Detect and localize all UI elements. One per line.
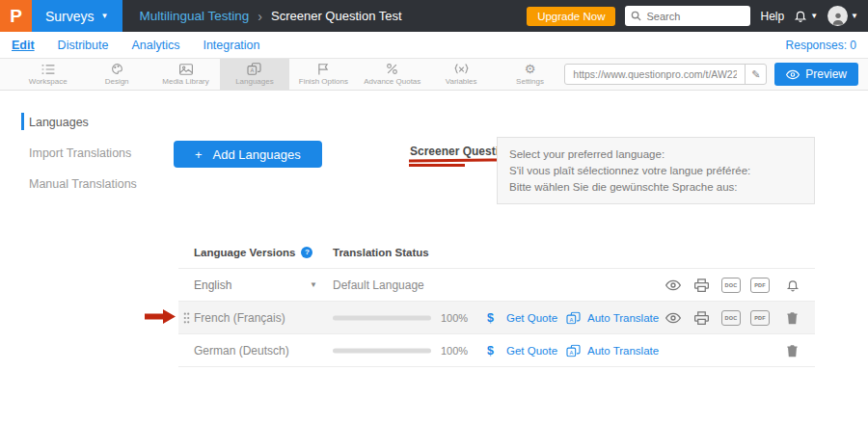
translate-icon[interactable]: A bbox=[566, 311, 581, 324]
printer-icon[interactable] bbox=[694, 311, 709, 325]
printer-icon[interactable] bbox=[694, 278, 709, 292]
search-icon bbox=[631, 11, 641, 21]
sidebar-item-languages[interactable]: Languages bbox=[29, 116, 89, 129]
reminder-bell-icon[interactable] bbox=[786, 278, 800, 292]
tool-variables[interactable]: Variables bbox=[426, 59, 495, 90]
tool-languages[interactable]: A Languages bbox=[220, 59, 288, 90]
dollar-icon[interactable]: $ bbox=[487, 344, 494, 358]
table-row-german: German (Deutsch) 100% $ Get Quote A Auto… bbox=[178, 334, 815, 367]
survey-url-box: ✎ bbox=[564, 64, 767, 85]
screener-line-de: Bitte wählen Sie die gewünschte Sprache … bbox=[509, 181, 802, 193]
help-icon[interactable]: ? bbox=[301, 247, 312, 258]
annotation-underline-2 bbox=[409, 164, 465, 167]
language-name: German (Deutsch) bbox=[194, 344, 289, 358]
get-quote-link[interactable]: Get Quote bbox=[506, 345, 557, 357]
variables-icon bbox=[454, 64, 469, 75]
translation-progress-bar bbox=[333, 315, 431, 320]
get-quote-link[interactable]: Get Quote bbox=[506, 312, 557, 324]
tool-finish-options[interactable]: Finish Options bbox=[289, 59, 358, 90]
questionpro-logo[interactable]: P bbox=[0, 0, 32, 32]
column-language-versions: Language Versions ? bbox=[194, 247, 312, 258]
screener-line-en: Select your preferred language: bbox=[509, 148, 802, 160]
sidebar-item-manual-translations[interactable]: Manual Translations bbox=[29, 177, 137, 191]
workspace-icon bbox=[41, 64, 55, 75]
tool-media-library[interactable]: Media Library bbox=[151, 59, 220, 90]
survey-url-input[interactable] bbox=[565, 68, 745, 80]
table-header-row: Language Versions ? Translation Status bbox=[178, 236, 815, 269]
search-box[interactable] bbox=[625, 6, 750, 26]
column-translation-status: Translation Status bbox=[333, 247, 429, 258]
tool-workspace[interactable]: Workspace bbox=[14, 59, 82, 90]
tab-analytics[interactable]: Analytics bbox=[131, 39, 179, 52]
upgrade-now-button[interactable]: Upgrade Now bbox=[527, 7, 615, 26]
responses-count[interactable]: Responses: 0 bbox=[786, 39, 856, 52]
drag-handle-icon[interactable] bbox=[183, 312, 190, 324]
breadcrumb-parent[interactable]: Multilingual Testing bbox=[140, 9, 250, 23]
media-library-icon bbox=[179, 64, 193, 75]
svg-text:A: A bbox=[251, 67, 255, 73]
breadcrumb-current: Screener Question Test bbox=[271, 9, 402, 23]
toolbar-right: ✎ Preview bbox=[564, 59, 868, 90]
preview-eye-icon[interactable] bbox=[665, 279, 681, 291]
chevron-down-icon: ▼ bbox=[310, 281, 317, 289]
survey-nav: Edit Distribute Analytics Integration Re… bbox=[0, 32, 868, 59]
table-row-french: French (Français) 100% $ Get Quote A Aut… bbox=[178, 302, 815, 334]
doc-export-icon[interactable]: DOC bbox=[721, 310, 741, 326]
advance-quotas-icon bbox=[386, 63, 398, 75]
svg-text:A: A bbox=[569, 349, 573, 355]
tab-edit[interactable]: Edit bbox=[12, 39, 35, 52]
default-language-dropdown[interactable]: English ▼ bbox=[194, 278, 317, 292]
chevron-down-icon: ▼ bbox=[810, 13, 818, 20]
finish-options-icon bbox=[317, 63, 329, 75]
languages-table: Language Versions ? Translation Status E… bbox=[178, 236, 815, 367]
active-sidebar-accent bbox=[21, 113, 24, 130]
tool-advance-quotas[interactable]: Advance Quotas bbox=[358, 59, 426, 90]
sidebar-item-import-translations[interactable]: Import Translations bbox=[29, 146, 131, 160]
plus-icon: + bbox=[195, 147, 203, 162]
auto-translate-link[interactable]: Auto Translate bbox=[587, 312, 659, 324]
chevron-down-icon: ▼ bbox=[851, 13, 858, 20]
eye-icon bbox=[786, 69, 800, 80]
preview-button[interactable]: Preview bbox=[774, 63, 858, 86]
tool-settings[interactable]: ⚙ Settings bbox=[496, 59, 564, 90]
dollar-icon[interactable]: $ bbox=[487, 311, 494, 325]
breadcrumb: Multilingual Testing › Screener Question… bbox=[140, 9, 402, 24]
translate-icon[interactable]: A bbox=[566, 344, 581, 357]
add-languages-button[interactable]: + Add Languages bbox=[174, 141, 322, 168]
table-row-english: English ▼ Default Language DOC PDF bbox=[178, 269, 815, 302]
pencil-icon[interactable]: ✎ bbox=[745, 64, 766, 85]
screener-question-preview: Select your preferred language: S'il vou… bbox=[497, 137, 815, 204]
gear-icon: ⚙ bbox=[525, 63, 536, 75]
svg-text:A: A bbox=[569, 316, 573, 322]
trash-icon[interactable] bbox=[786, 344, 799, 358]
account-menu[interactable]: ▼ bbox=[827, 6, 858, 26]
tool-design[interactable]: Design bbox=[82, 59, 150, 90]
annotation-underline bbox=[409, 158, 502, 162]
trash-icon[interactable] bbox=[786, 311, 799, 325]
top-bar-right: Upgrade Now Help ▼ ▼ bbox=[527, 6, 868, 26]
translation-percent: 100% bbox=[441, 312, 468, 324]
search-input[interactable] bbox=[646, 11, 745, 22]
surveys-menu[interactable]: Surveys ▼ bbox=[32, 0, 122, 32]
annotation-arrow-icon bbox=[145, 309, 176, 324]
screener-line-fr: S'il vous plaît sélectionnez votre langu… bbox=[509, 165, 802, 176]
auto-translate-link[interactable]: Auto Translate bbox=[587, 345, 659, 357]
chevron-down-icon: ▼ bbox=[101, 13, 109, 20]
default-language-value: English bbox=[194, 278, 231, 292]
surveys-menu-label: Surveys bbox=[45, 9, 95, 24]
top-bar: P Surveys ▼ Multilingual Testing › Scree… bbox=[0, 0, 868, 32]
preview-eye-icon[interactable] bbox=[665, 312, 681, 324]
breadcrumb-separator: › bbox=[258, 9, 262, 24]
notifications-menu[interactable]: ▼ bbox=[794, 9, 818, 23]
avatar bbox=[827, 6, 848, 26]
edit-toolbar: Workspace Design Media Library A Languag… bbox=[0, 59, 868, 91]
pdf-export-icon[interactable]: PDF bbox=[750, 278, 770, 293]
translation-progress-bar bbox=[333, 348, 431, 353]
tab-integration[interactable]: Integration bbox=[203, 39, 259, 52]
tab-distribute[interactable]: Distribute bbox=[58, 39, 109, 52]
doc-export-icon[interactable]: DOC bbox=[721, 278, 741, 293]
add-languages-label: Add Languages bbox=[213, 147, 301, 162]
help-link[interactable]: Help bbox=[760, 10, 784, 23]
language-name: French (Français) bbox=[194, 311, 285, 325]
pdf-export-icon[interactable]: PDF bbox=[750, 310, 770, 326]
